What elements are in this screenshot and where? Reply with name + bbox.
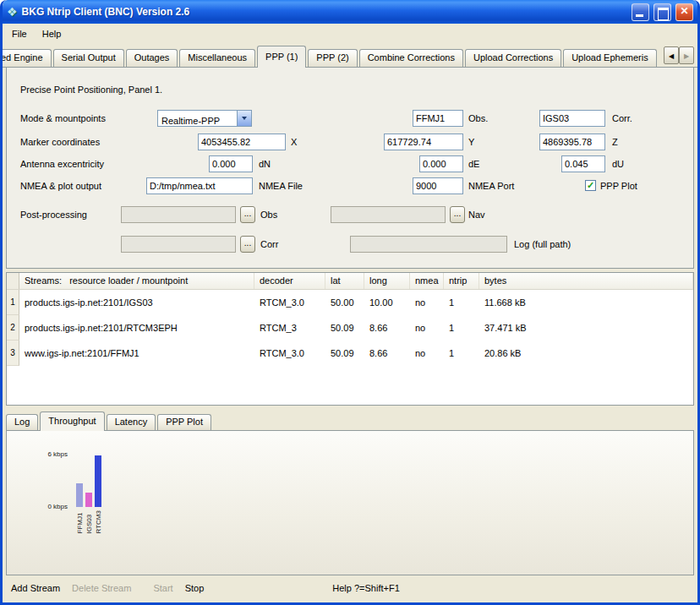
chart-x-label: RTCM3 — [95, 510, 102, 533]
row-number[interactable]: 3 — [7, 341, 19, 366]
marker-z-field[interactable] — [539, 134, 605, 150]
ytick-bottom: 0 kbps — [29, 503, 68, 510]
window-title: BKG Ntrip Client (BNC) Version 2.6 — [22, 6, 627, 18]
tab-scroll-controls: ◀ ▶ — [664, 46, 694, 64]
tab-ppp-2[interactable]: PPP (2) — [308, 49, 357, 67]
action-bar: Add Stream Delete Stream Start Stop Help… — [3, 575, 697, 593]
nmea-file-label: NMEA File — [259, 177, 303, 194]
menu-help[interactable]: Help — [35, 26, 69, 41]
tab-upload-corrections[interactable]: Upload Corrections — [465, 49, 561, 67]
tab-scroll-left-icon[interactable]: ◀ — [664, 46, 679, 64]
add-stream-button[interactable]: Add Stream — [11, 583, 60, 593]
chart-x-label: IGS03 — [85, 510, 93, 533]
post-log-field — [350, 236, 507, 253]
antenna-du-field[interactable] — [561, 155, 605, 172]
titlebar: ❖ BKG Ntrip Client (BNC) Version 2.6 — [3, 0, 697, 24]
table-row[interactable]: 2 products.igs-ip.net:2101/RTCM3EPH RTCM… — [7, 315, 693, 341]
browse-nav-button[interactable]: ... — [450, 206, 465, 223]
nmea-file-field[interactable] — [146, 177, 253, 194]
streams-table: Streams: resource loader / mountpoint de… — [6, 272, 694, 406]
cell-mountpoint: www.igs-ip.net:2101/FFMJ1 — [19, 341, 254, 366]
menubar: File Help — [3, 24, 697, 43]
table-row[interactable]: 1 products.igs-ip.net:2101/IGS03 RTCM_3.… — [7, 290, 693, 315]
tab-upload-ephemeris[interactable]: Upload Ephemeris — [563, 49, 657, 67]
antenna-dn-field[interactable] — [209, 155, 253, 172]
cell-bytes: 37.471 kB — [479, 315, 693, 341]
post-processing-row-1: Post-processing ... Obs ... Nav — [20, 206, 680, 223]
help-hint: Help ?=Shift+F1 — [332, 583, 400, 593]
post-nav-label: Nav — [468, 206, 485, 223]
col-lat: lat — [325, 273, 364, 289]
cell-long: 8.66 — [364, 341, 410, 366]
dropdown-arrow-icon[interactable] — [237, 111, 251, 126]
col-long: long — [364, 273, 410, 289]
browse-corr-button[interactable]: ... — [240, 236, 255, 253]
chart-x-label: FFMJ1 — [76, 510, 84, 533]
row-number[interactable]: 2 — [7, 315, 19, 341]
tab-throughput[interactable]: Throughput — [40, 412, 104, 431]
cell-decoder: RTCM_3.0 — [254, 341, 325, 366]
tab-ppp-plot[interactable]: PPP Plot — [157, 414, 211, 430]
cell-nmea: no — [410, 290, 444, 315]
check-icon: ✓ — [587, 180, 594, 190]
cell-lat: 50.00 — [325, 290, 364, 315]
maximize-button[interactable] — [654, 3, 671, 21]
nmea-port-field[interactable] — [413, 177, 463, 194]
browse-obs-button[interactable]: ... — [240, 206, 255, 223]
menu-file[interactable]: File — [4, 26, 35, 41]
post-corr-field — [121, 236, 236, 253]
post-processing-row-2: ... Corr Log (full path) — [20, 236, 680, 253]
col-bytes: bytes — [479, 273, 693, 289]
marker-coordinates-label: Marker coordinates — [20, 134, 100, 150]
post-obs-label: Obs — [260, 206, 277, 223]
bnc-window: ❖ BKG Ntrip Client (BNC) Version 2.6 Fil… — [0, 0, 700, 605]
cell-bytes: 20.86 kB — [479, 341, 693, 366]
obs-mountpoint-field[interactable] — [413, 110, 463, 127]
mode-row: Mode & mountpoints Realtime-PPP Obs. Cor… — [20, 110, 680, 127]
antenna-de-field[interactable] — [419, 155, 463, 172]
tab-combine-corrections[interactable]: Combine Corrections — [359, 49, 463, 67]
cell-long: 8.66 — [364, 315, 410, 341]
y-label: Y — [468, 134, 474, 150]
tab-serial-output[interactable]: Serial Output — [53, 49, 124, 67]
stop-button[interactable]: Stop — [185, 583, 205, 593]
chart-bar — [95, 455, 101, 507]
bottom-tabstrip: Log Throughput Latency PPP Plot — [3, 409, 697, 430]
post-obs-field — [121, 206, 236, 223]
tab-ppp-1[interactable]: PPP (1) — [257, 46, 306, 68]
col-mountpoint: Streams: resource loader / mountpoint — [19, 273, 254, 289]
du-label: dU — [612, 155, 624, 172]
ppp-panel-1: Precise Point Positioning, Panel 1. Mode… — [6, 68, 694, 269]
row-number[interactable]: 1 — [7, 290, 19, 315]
cell-decoder: RTCM_3 — [254, 315, 325, 341]
antenna-row: Antenna excentricity dN dE dU — [20, 155, 680, 172]
cell-ntrip: 1 — [444, 290, 479, 315]
chart-bar — [76, 483, 83, 507]
mode-mountpoints-label: Mode & mountpoints — [20, 110, 106, 127]
cell-mountpoint: products.igs-ip.net:2101/RTCM3EPH — [19, 315, 254, 341]
obs-label: Obs. — [468, 110, 488, 127]
tab-log[interactable]: Log — [6, 414, 38, 430]
col-nmea: nmea — [410, 273, 444, 289]
tab-miscellaneous[interactable]: Miscellaneous — [179, 49, 255, 67]
tab-latency[interactable]: Latency — [107, 414, 156, 430]
z-label: Z — [612, 134, 618, 150]
dn-label: dN — [259, 155, 271, 172]
marker-y-field[interactable] — [384, 134, 463, 150]
row-number-header — [7, 273, 19, 289]
streams-table-header: Streams: resource loader / mountpoint de… — [7, 273, 693, 290]
mode-select[interactable]: Realtime-PPP — [157, 110, 252, 127]
marker-x-field[interactable] — [198, 134, 286, 150]
x-label: X — [291, 134, 297, 150]
close-button[interactable] — [675, 3, 693, 21]
corr-mountpoint-field[interactable] — [539, 110, 605, 127]
cell-long: 10.00 — [364, 290, 410, 315]
table-row[interactable]: 3 www.igs-ip.net:2101/FFMJ1 RTCM_3.0 50.… — [7, 341, 693, 366]
minimize-button[interactable] — [632, 3, 649, 21]
cell-nmea: no — [410, 315, 444, 341]
tab-outages[interactable]: Outages — [126, 49, 178, 67]
tab-scroll-right-icon[interactable]: ▶ — [679, 46, 694, 64]
ppp-plot-checkbox[interactable]: ✓ — [585, 180, 596, 191]
main-tabstrip: ed Engine Serial Output Outages Miscella… — [3, 43, 697, 68]
tab-feed-engine[interactable]: ed Engine — [0, 49, 52, 67]
